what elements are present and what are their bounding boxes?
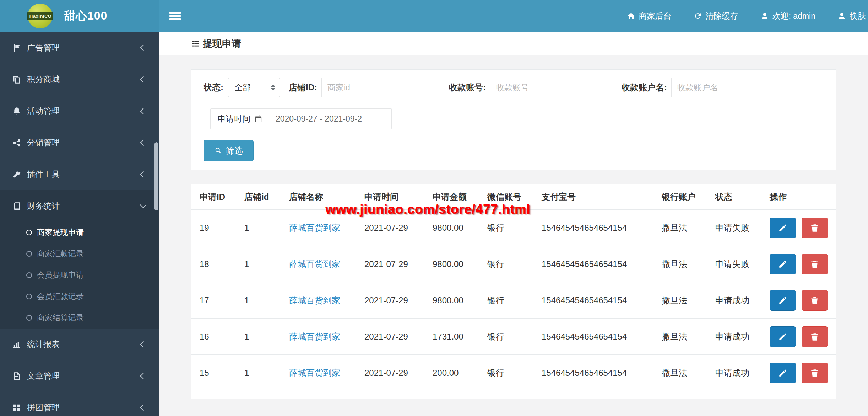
search-icon — [215, 147, 222, 155]
delete-button[interactable] — [802, 290, 828, 311]
sidebar-scrollbar[interactable] — [154, 142, 158, 210]
table-header-row: 申请ID 店铺id 店铺名称 申请时间 申请金额 微信账号 支付宝号 银行账户 … — [191, 184, 836, 210]
shop-id-input[interactable] — [321, 78, 440, 97]
sidebar-subitem-merchant-settlement-records[interactable]: 商家结算记录 — [0, 307, 159, 329]
sidebar-subitem-member-withdraw-apply[interactable]: 会员提现申请 — [0, 265, 159, 286]
time-range-input[interactable] — [270, 108, 392, 129]
edit-button[interactable] — [770, 326, 796, 347]
page-title-bar: 提现申请 — [159, 32, 868, 55]
sidebar-item-finance[interactable]: 财务统计 — [0, 190, 159, 222]
cell-wechat: 银行 — [479, 319, 533, 355]
shop-name-link[interactable]: 薛城百货到家 — [289, 259, 340, 269]
account-name-group — [671, 78, 794, 97]
chevron-left-icon — [140, 44, 146, 51]
cell-apply-time: 2021-07-29 — [356, 246, 424, 282]
sidebar-item-articles[interactable]: 文章管理 — [0, 360, 159, 392]
nav-welcome-admin[interactable]: 欢迎: admin — [760, 11, 815, 22]
sidebar-item-label: 广告管理 — [27, 42, 60, 53]
menu-toggle-icon[interactable] — [169, 10, 181, 22]
shop-name-link[interactable]: 薛城百货到家 — [289, 332, 340, 341]
account-label: 收款账号: — [449, 82, 486, 93]
chevron-left-icon — [140, 404, 146, 411]
delete-button[interactable] — [802, 254, 828, 274]
shop-name-link[interactable]: 薛城百货到家 — [289, 223, 340, 233]
delete-button[interactable] — [802, 218, 828, 238]
share-nodes-icon — [12, 138, 21, 148]
cell-bank: 撒旦法 — [653, 210, 707, 246]
sidebar-section-finance: 财务统计 商家提现申请 商家汇款记录 会员提现申请 — [0, 190, 159, 329]
sidebar-item-label: 拼团管理 — [27, 402, 60, 413]
col-shop-id: 店铺id — [236, 184, 281, 210]
sidebar-item-plugins[interactable]: 插件工具 — [0, 159, 159, 190]
pencil-icon — [778, 332, 787, 341]
cell-amount: 9800.00 — [424, 246, 479, 282]
sidebar-item-label: 活动管理 — [27, 106, 60, 117]
chevron-left-icon — [140, 171, 146, 177]
top-bar-main: 商家后台 清除缓存 欢迎: admin 换肤 — [159, 0, 868, 32]
nav-change-skin[interactable]: 换肤 — [837, 11, 866, 22]
withdraw-table: 申请ID 店铺id 店铺名称 申请时间 申请金额 微信账号 支付宝号 银行账户 … — [191, 184, 836, 391]
nav-clear-cache[interactable]: 清除缓存 — [694, 11, 738, 22]
sidebar-subitem-member-remit-records[interactable]: 会员汇款记录 — [0, 286, 159, 307]
cell-shop-id: 1 — [236, 319, 281, 355]
sidebar-subitem-label: 商家提现申请 — [37, 227, 84, 238]
edit-button[interactable] — [770, 290, 796, 311]
account-name-label: 收款账户名: — [622, 82, 667, 93]
circle-o-icon — [26, 294, 32, 299]
shop-name-link[interactable]: 薛城百货到家 — [289, 295, 340, 305]
pencil-icon — [778, 296, 787, 305]
cell-shop-id: 1 — [236, 282, 281, 319]
select-arrows-icon — [271, 84, 275, 91]
sidebar-item-points-mall[interactable]: 积分商城 — [0, 64, 159, 95]
file-text-icon — [12, 372, 21, 381]
sidebar-subitem-merchant-remit-records[interactable]: 商家汇款记录 — [0, 243, 159, 265]
cell-apply-id: 19 — [191, 210, 236, 246]
status-group: 全部 — [228, 78, 280, 97]
cell-status: 申请失败 — [707, 246, 761, 282]
filter-button[interactable]: 筛选 — [204, 140, 254, 161]
nav-merchant-backend[interactable]: 商家后台 — [627, 11, 672, 22]
account-name-input[interactable] — [671, 78, 794, 97]
shop-name-link[interactable]: 薛城百货到家 — [289, 368, 340, 378]
sidebar-item-activities[interactable]: 活动管理 — [0, 95, 159, 127]
trash-icon — [810, 296, 819, 305]
cell-shop-id: 1 — [236, 355, 281, 391]
status-select[interactable]: 全部 — [228, 78, 280, 97]
cell-shop-id: 1 — [236, 210, 281, 246]
edit-button[interactable] — [770, 363, 796, 383]
sidebar-item-label: 文章管理 — [27, 370, 60, 382]
brand-logo-text: TiaxinICO — [27, 12, 54, 20]
cell-bank: 撒旦法 — [653, 246, 707, 282]
sidebar-subitem-merchant-withdraw-apply[interactable]: 商家提现申请 — [0, 222, 159, 243]
sidebar-item-ads[interactable]: 广告管理 — [0, 32, 159, 64]
edit-button[interactable] — [770, 254, 796, 274]
ledger-icon — [12, 202, 21, 211]
sidebar-item-label: 分销管理 — [27, 137, 60, 148]
trash-icon — [810, 368, 819, 378]
account-group — [490, 78, 613, 97]
edit-button[interactable] — [770, 218, 796, 238]
main-content: 提现申请 www.jiuniao.com/store/477.html 状态: … — [159, 32, 868, 416]
cell-actions — [761, 282, 836, 319]
cell-shop-name: 薛城百货到家 — [281, 319, 356, 355]
status-label: 状态: — [204, 82, 223, 93]
chevron-left-icon — [140, 373, 146, 379]
app-window: TiaxinICO 甜心100 商家后台 清除缓存 欢迎: admin — [0, 0, 868, 416]
time-range-addon[interactable]: 申请时间 — [210, 108, 270, 129]
table-row: 17 1 薛城百货到家 2021-07-29 9800.00 银行 154645… — [191, 282, 836, 319]
circle-o-icon — [26, 251, 32, 257]
cell-status: 申请失败 — [707, 210, 761, 246]
pencil-icon — [778, 223, 787, 233]
account-input[interactable] — [490, 78, 613, 97]
sidebar-item-distribution[interactable]: 分销管理 — [0, 127, 159, 159]
brand[interactable]: TiaxinICO 甜心100 — [0, 0, 159, 32]
cell-amount: 1731.00 — [424, 319, 479, 355]
sidebar-item-reports[interactable]: 统计报表 — [0, 329, 159, 360]
col-apply-time: 申请时间 — [356, 184, 424, 210]
calendar-icon — [254, 115, 262, 123]
sidebar-item-group-buy[interactable]: 拼团管理 — [0, 392, 159, 416]
cell-shop-name: 薛城百货到家 — [281, 210, 356, 246]
delete-button[interactable] — [802, 326, 828, 347]
filter-row-1: 状态: 全部 店铺ID: 收款账号: 收款账户 — [204, 78, 824, 97]
delete-button[interactable] — [802, 363, 828, 383]
